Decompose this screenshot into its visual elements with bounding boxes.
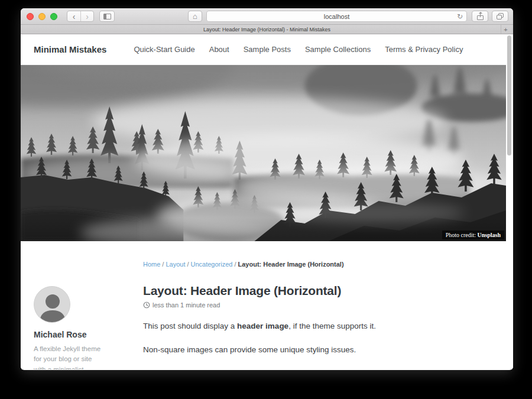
author-name: Michael Rose	[34, 330, 130, 339]
avatar	[34, 286, 70, 323]
scrollbar-thumb[interactable]	[507, 35, 511, 155]
tab-bar: Layout: Header Image (Horizontal) - Mini…	[21, 25, 513, 34]
close-button[interactable]	[27, 13, 34, 20]
sidebar-icon	[103, 14, 111, 20]
reload-icon[interactable]: ↻	[457, 12, 463, 21]
tab-overview-button[interactable]	[492, 11, 508, 22]
web-page: Minimal Mistakes Quick-Start Guide About…	[21, 34, 506, 369]
share-icon	[477, 13, 484, 20]
article-layout: Michael Rose A flexible Jekyll theme for…	[21, 241, 506, 369]
browser-window: ‹ › ⌂ ↻ Layout: Header Image (Horizontal…	[21, 8, 513, 370]
browser-toolbar: ‹ › ⌂ ↻	[21, 8, 513, 25]
site-title[interactable]: Minimal Mistakes	[34, 44, 106, 54]
photo-credit-label: Photo credit:	[446, 232, 478, 238]
breadcrumb: Home/Layout/Uncategorized/Layout: Header…	[143, 261, 469, 268]
breadcrumb-separator: /	[187, 261, 189, 268]
read-time: less than 1 minute read	[153, 301, 220, 309]
nav-item-sample-collections[interactable]: Sample Collections	[305, 45, 371, 54]
post-title: Layout: Header Image (Horizontal)	[143, 284, 469, 298]
paragraph: Non-square images can provide some uniqu…	[143, 345, 469, 356]
url-input[interactable]	[207, 13, 466, 20]
breadcrumb-separator: /	[162, 261, 164, 268]
breadcrumb-home[interactable]: Home	[143, 261, 160, 268]
history-buttons: ‹ ›	[67, 11, 94, 22]
nav-item-terms-privacy[interactable]: Terms & Privacy Policy	[385, 45, 463, 54]
author-bio: A flexible Jekyll theme for your blog or…	[34, 344, 106, 369]
clock-icon	[143, 301, 150, 309]
zoom-button[interactable]	[50, 13, 57, 20]
home-button[interactable]: ⌂	[188, 11, 202, 22]
post-body: This post should display a header image,…	[143, 321, 469, 369]
breadcrumb-separator: /	[234, 261, 236, 268]
traffic-lights	[27, 13, 57, 20]
minimize-button[interactable]	[38, 13, 46, 20]
back-button[interactable]: ‹	[67, 11, 80, 21]
forward-button[interactable]: ›	[80, 11, 93, 21]
nav-item-quick-start-guide[interactable]: Quick-Start Guide	[134, 45, 194, 54]
post-content: Home/Layout/Uncategorized/Layout: Header…	[130, 261, 493, 369]
paragraph: This post tests a horizontal header imag…	[143, 368, 469, 369]
site-masthead: Minimal Mistakes Quick-Start Guide About…	[21, 34, 506, 65]
breadcrumb-uncategorized[interactable]: Uncategorized	[191, 261, 233, 268]
photo-credit-source: Unsplash	[478, 232, 501, 238]
person-icon	[34, 287, 70, 323]
photo-credit: Photo credit: Unsplash	[442, 231, 504, 239]
author-sidebar: Michael Rose A flexible Jekyll theme for…	[34, 261, 130, 369]
nav-item-about[interactable]: About	[209, 45, 229, 54]
header-image: Photo credit: Unsplash	[21, 65, 506, 241]
tab-title[interactable]: Layout: Header Image (Horizontal) - Mini…	[203, 27, 330, 33]
share-button[interactable]	[472, 11, 488, 22]
breadcrumb-layout[interactable]: Layout	[166, 261, 185, 268]
tab-overview-icon	[497, 13, 504, 20]
site-nav: Quick-Start Guide About Sample Posts Sam…	[134, 45, 463, 54]
post-meta: less than 1 minute read	[143, 301, 469, 309]
new-tab-button[interactable]: +	[501, 25, 510, 34]
address-bar: ↻	[206, 11, 467, 22]
nav-item-sample-posts[interactable]: Sample Posts	[244, 45, 291, 54]
page-viewport: Minimal Mistakes Quick-Start Guide About…	[21, 34, 513, 369]
scrollbar-track[interactable]	[506, 34, 513, 369]
sidebar-toggle-button[interactable]	[99, 11, 115, 22]
paragraph: This post should display a header image,…	[143, 321, 469, 332]
breadcrumb-current: Layout: Header Image (Horizontal)	[238, 261, 344, 268]
